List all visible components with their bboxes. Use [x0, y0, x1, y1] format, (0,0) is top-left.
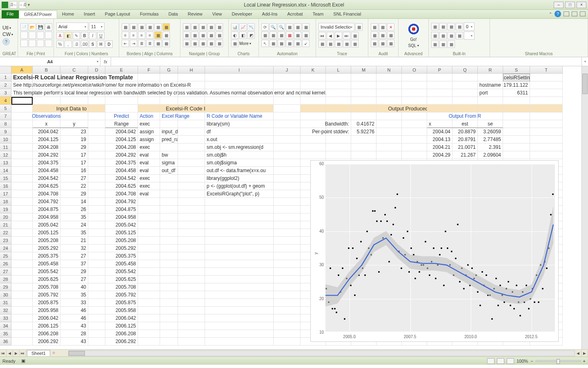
- cell[interactable]: [138, 206, 160, 213]
- cell[interactable]: library(ggplot2): [205, 175, 274, 182]
- open-icon[interactable]: 📂: [29, 23, 36, 31]
- cell[interactable]: exec: [138, 175, 160, 182]
- increase-decimal-icon[interactable]: →.0: [19, 1, 26, 9]
- cell[interactable]: [160, 252, 178, 260]
- cell[interactable]: [478, 97, 503, 105]
- audit[interactable]: ▦: [379, 40, 386, 47]
- cell[interactable]: [376, 120, 402, 128]
- cell[interactable]: [11, 322, 33, 330]
- nav[interactable]: ▦: [199, 40, 207, 47]
- fill-color-icon[interactable]: ◧: [65, 32, 72, 39]
- auto[interactable]: ▦: [286, 40, 293, 47]
- cell[interactable]: [178, 198, 205, 206]
- cell[interactable]: [138, 221, 160, 229]
- cell[interactable]: [503, 144, 530, 151]
- align[interactable]: ≡: [122, 31, 129, 39]
- tab-snl-financial[interactable]: SNL Financial: [328, 10, 366, 18]
- cell[interactable]: [427, 89, 452, 97]
- cell[interactable]: [138, 213, 160, 221]
- cell[interactable]: [11, 105, 33, 112]
- cell[interactable]: [503, 120, 530, 128]
- cell[interactable]: out_df: [160, 167, 178, 175]
- cell[interactable]: ExcelsiRGraph("plot", p): [205, 190, 274, 198]
- restore-button[interactable]: □: [565, 2, 575, 8]
- cell[interactable]: [160, 338, 178, 346]
- cell[interactable]: [11, 252, 33, 260]
- cell[interactable]: [402, 81, 427, 89]
- auto[interactable]: ▦: [261, 31, 269, 39]
- zoom-in-button[interactable]: +: [583, 359, 586, 364]
- cell[interactable]: [160, 97, 178, 105]
- cell[interactable]: 2004.958: [33, 213, 60, 221]
- auto[interactable]: ▦: [294, 31, 301, 39]
- cell[interactable]: 2004.208: [33, 144, 60, 151]
- cell[interactable]: [205, 330, 274, 338]
- cell[interactable]: [205, 307, 274, 314]
- cell[interactable]: 2004.792: [33, 198, 60, 206]
- cell[interactable]: [88, 198, 105, 206]
- cell[interactable]: [530, 89, 563, 97]
- cell[interactable]: [60, 81, 88, 89]
- cell[interactable]: Excelsi-R Local Linear Regression Templa…: [11, 74, 33, 81]
- column-header[interactable]: K: [301, 66, 326, 73]
- tab-file[interactable]: File: [2, 10, 19, 18]
- cell[interactable]: [88, 81, 105, 89]
- row-header[interactable]: 18: [0, 198, 11, 206]
- cell[interactable]: x: [33, 120, 60, 128]
- bdr[interactable]: ▦: [146, 23, 154, 31]
- column-header[interactable]: O: [402, 66, 427, 73]
- cell[interactable]: Input Data to R: [60, 105, 88, 112]
- new-icon[interactable]: 📄: [20, 23, 28, 31]
- cell[interactable]: [274, 167, 301, 175]
- bi[interactable]: ▦: [431, 23, 439, 30]
- cell[interactable]: [88, 182, 105, 190]
- auto[interactable]: 🔍: [278, 23, 285, 31]
- nav[interactable]: ▦: [191, 31, 198, 39]
- col[interactable]: ≣: [138, 40, 145, 47]
- row-header[interactable]: 34: [0, 322, 11, 330]
- cell[interactable]: 20.8791: [452, 136, 478, 144]
- icon[interactable]: [37, 40, 44, 47]
- cell[interactable]: [178, 128, 205, 136]
- cell[interactable]: 2005.625: [33, 276, 60, 283]
- nav[interactable]: ▦: [207, 23, 215, 31]
- cell[interactable]: 2004.708: [33, 190, 60, 198]
- cell[interactable]: 2005.875: [105, 299, 138, 307]
- cell[interactable]: eval: [138, 167, 160, 175]
- cell[interactable]: [11, 237, 33, 245]
- cell[interactable]: [160, 221, 178, 229]
- cell[interactable]: [326, 74, 351, 81]
- cell[interactable]: input_df: [160, 128, 178, 136]
- row-header[interactable]: 1: [0, 74, 11, 81]
- row-header[interactable]: 13: [0, 159, 11, 167]
- align[interactable]: ≡: [130, 31, 137, 39]
- cell[interactable]: 29: [60, 144, 88, 151]
- cell[interactable]: df: [205, 128, 274, 136]
- row-header[interactable]: 9: [0, 128, 11, 136]
- col[interactable]: ≣: [146, 40, 154, 47]
- cell[interactable]: 2005.958: [33, 307, 60, 314]
- cell[interactable]: exec: [138, 120, 160, 128]
- cell[interactable]: [11, 283, 33, 291]
- cell[interactable]: [88, 175, 105, 182]
- scroll-right-button[interactable]: ▶: [581, 350, 588, 357]
- tab-team[interactable]: Team: [307, 10, 328, 18]
- bi[interactable]: ▦: [456, 32, 463, 39]
- row-header[interactable]: 4: [0, 97, 11, 105]
- new-sheet-button[interactable]: ✧: [52, 350, 60, 356]
- cell[interactable]: [452, 97, 478, 105]
- cell[interactable]: 2004.792: [105, 198, 138, 206]
- col[interactable]: ⇥: [130, 40, 137, 47]
- dec-button[interactable]: .0: [73, 40, 80, 48]
- qat-dropdown[interactable]: ▾: [28, 2, 30, 7]
- expand-formula-icon[interactable]: ▾: [581, 57, 588, 66]
- cell[interactable]: 2006.042: [33, 314, 60, 322]
- cell[interactable]: [88, 283, 105, 291]
- cell[interactable]: [326, 136, 351, 144]
- name-box[interactable]: ▾: [0, 57, 100, 66]
- column-header[interactable]: A: [11, 66, 33, 73]
- cell[interactable]: sm.obj$sigma: [205, 159, 274, 167]
- cell[interactable]: [274, 206, 301, 213]
- nav[interactable]: ▦: [216, 31, 223, 39]
- cell[interactable]: [105, 97, 138, 105]
